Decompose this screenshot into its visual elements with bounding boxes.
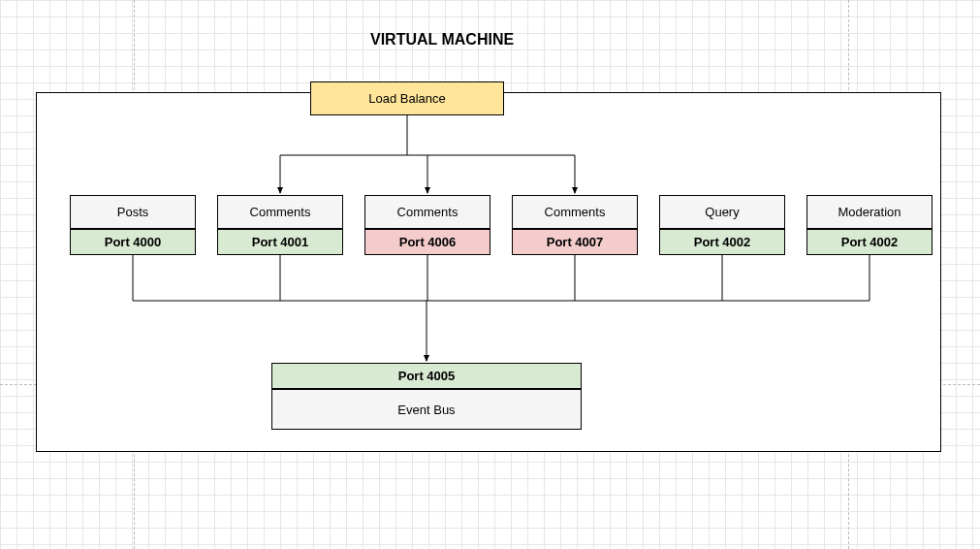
service-port-label: Port 4000 (105, 235, 162, 249)
service-node-comments-2: Comments (364, 195, 490, 229)
service-port-comments-3: Port 4007 (512, 229, 638, 255)
service-port-posts: Port 4000 (70, 229, 196, 255)
service-port-label: Port 4002 (694, 235, 751, 249)
load-balancer-label: Load Balance (368, 91, 446, 106)
service-label: Query (705, 205, 739, 219)
event-bus-port: Port 4005 (271, 363, 582, 389)
service-port-label: Port 4002 (841, 235, 899, 249)
service-node-moderation: Moderation (806, 195, 933, 229)
event-bus-node: Event Bus (271, 389, 582, 430)
service-label: Comments (397, 205, 458, 219)
service-node-comments-3: Comments (512, 195, 638, 229)
service-label: Comments (250, 205, 311, 219)
service-node-query: Query (659, 195, 785, 229)
service-node-posts: Posts (70, 195, 196, 229)
service-port-comments-1: Port 4001 (217, 229, 343, 255)
service-node-comments-1: Comments (217, 195, 343, 229)
service-port-label: Port 4007 (547, 235, 604, 249)
service-label: Moderation (838, 205, 901, 219)
event-bus-port-label: Port 4005 (398, 369, 456, 383)
event-bus-label: Event Bus (397, 403, 455, 417)
service-port-label: Port 4006 (399, 235, 457, 249)
service-label: Posts (117, 205, 149, 219)
service-port-comments-2: Port 4006 (364, 229, 490, 255)
load-balancer-node: Load Balance (310, 81, 504, 115)
diagram-title: VIRTUAL MACHINE (370, 31, 514, 48)
service-port-query: Port 4002 (659, 229, 785, 255)
service-port-moderation: Port 4002 (806, 229, 933, 255)
service-port-label: Port 4001 (252, 235, 309, 249)
service-label: Comments (545, 205, 606, 219)
